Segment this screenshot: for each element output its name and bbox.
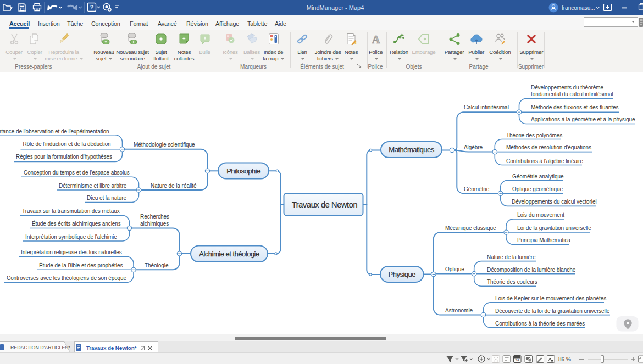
svg-text:Controverses avec les théologi: Controverses avec les théologiens de son… bbox=[7, 275, 127, 281]
svg-text:Philosophie: Philosophie bbox=[226, 167, 260, 175]
svg-text:Interprétation religieuse des: Interprétation religieuse des lois natur… bbox=[21, 249, 122, 255]
svg-text:Découverte de la loi de la gra: Découverte de la loi de la gravitation u… bbox=[495, 308, 610, 314]
svg-text:Contributions à l'algèbre liné: Contributions à l'algèbre linéaire bbox=[506, 158, 583, 164]
svg-text:Décomposition de la lumière bl: Décomposition de la lumière blanche bbox=[487, 267, 576, 273]
svg-text:Travaux sur la transmutation d: Travaux sur la transmutation des métaux bbox=[22, 208, 120, 214]
svg-text:Étude de la Bible et des proph: Étude de la Bible et des prophéties bbox=[39, 262, 123, 268]
svg-text:Recherches: Recherches bbox=[140, 214, 169, 220]
svg-text:Déterminisme et libre arbitre: Déterminisme et libre arbitre bbox=[59, 183, 127, 189]
svg-text:Règles pour la formulation d'h: Règles pour la formulation d'hypothèses bbox=[16, 154, 112, 160]
svg-text:Développements du calcul vecto: Développements du calcul vectoriel bbox=[512, 199, 597, 205]
svg-text:Méthodes de résolution d'équat: Méthodes de résolution d'équations bbox=[506, 144, 591, 150]
svg-text:Nature de la réalité: Nature de la réalité bbox=[151, 183, 197, 189]
svg-text:Géométrie analytique: Géométrie analytique bbox=[512, 173, 564, 180]
svg-text:Nature de la lumière: Nature de la lumière bbox=[487, 254, 536, 260]
svg-text:Optique: Optique bbox=[445, 266, 464, 272]
svg-text:Loi de la gravitation universe: Loi de la gravitation universelle bbox=[517, 225, 591, 231]
svg-text:Astronomie: Astronomie bbox=[445, 307, 473, 313]
svg-text:?: ? bbox=[90, 4, 94, 10]
svg-text:Algèbre: Algèbre bbox=[464, 144, 483, 150]
svg-text:Optique géométrique: Optique géométrique bbox=[512, 186, 563, 192]
svg-text:Interprétation symbolique de l: Interprétation symbolique de l'alchimie bbox=[25, 234, 117, 240]
svg-text:Théorie des couleurs: Théorie des couleurs bbox=[487, 279, 537, 285]
svg-text:Calcul infinitésimal: Calcul infinitésimal bbox=[464, 104, 509, 110]
svg-text:Mécanique classique: Mécanique classique bbox=[445, 225, 496, 231]
svg-text:Lois de Kepler sur le mouvemen: Lois de Kepler sur le mouvement des plan… bbox=[495, 295, 606, 301]
svg-text:Applications à la géométrie et: Applications à la géométrie et à la phys… bbox=[531, 116, 635, 122]
svg-text:Lois du mouvement: Lois du mouvement bbox=[517, 212, 564, 218]
svg-text:Développements du théorème: Développements du théorème bbox=[531, 85, 603, 91]
svg-text:francomasu...: francomasu... bbox=[562, 5, 595, 11]
svg-text:fondamental du calcul infinité: fondamental du calcul infinitésimal bbox=[531, 91, 613, 97]
svg-text:86 %: 86 % bbox=[558, 356, 571, 362]
svg-text:Principia Mathematica: Principia Mathematica bbox=[517, 237, 570, 243]
svg-text:Alchimie et théologie: Alchimie et théologie bbox=[199, 250, 259, 258]
svg-text:Contributions à la théorie des: Contributions à la théorie des marées bbox=[495, 321, 585, 327]
svg-text:A: A bbox=[372, 33, 380, 46]
svg-text:Mathématiques: Mathématiques bbox=[389, 145, 434, 154]
svg-text:Dieu et la nature: Dieu et la nature bbox=[87, 195, 127, 201]
svg-text:Rôle de l'induction et de la d: Rôle de l'induction et de la déduction bbox=[23, 141, 111, 147]
svg-text:REDACTION D'ARTICLES*: REDACTION D'ARTICLES* bbox=[10, 345, 70, 350]
svg-text:alchimiques: alchimiques bbox=[140, 221, 169, 227]
svg-text:Théorie des polynômes: Théorie des polynômes bbox=[506, 132, 562, 138]
svg-text:Conception du temps et de l'es: Conception du temps et de l'espace absol… bbox=[24, 170, 130, 176]
svg-text:Théologie: Théologie bbox=[145, 262, 169, 268]
svg-text:Géométrie: Géométrie bbox=[464, 186, 490, 192]
svg-text:Physique: Physique bbox=[389, 270, 416, 278]
svg-text:Étude des écrits alchimiques a: Étude des écrits alchimiques anciens bbox=[32, 220, 121, 227]
svg-text:24: 24 bbox=[515, 359, 519, 362]
svg-text:Travaux de Newton*: Travaux de Newton* bbox=[86, 345, 137, 351]
svg-text:Importance de l'observation et: Importance de l'observation et de l'expé… bbox=[0, 128, 109, 135]
svg-text:Méthode des fluxions et des fl: Méthode des fluxions et des fluantes bbox=[531, 104, 619, 110]
svg-text:Travaux de Newton: Travaux de Newton bbox=[292, 200, 358, 209]
svg-text:Méthodologie scientifique: Méthodologie scientifique bbox=[134, 142, 195, 148]
